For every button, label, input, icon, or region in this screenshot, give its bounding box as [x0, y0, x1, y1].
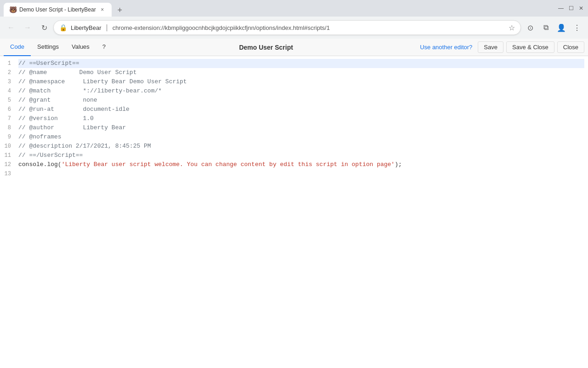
title-bar: 🐻 Demo User Script - LibertyBear × + — ☐… [0, 0, 588, 17]
app-toolbar: Code Settings Values ? Demo User Script … [0, 39, 588, 56]
line-number: 9 [0, 132, 15, 142]
back-button[interactable]: ← [4, 20, 18, 35]
tab-help[interactable]: ? [96, 39, 112, 56]
bookmark-icon[interactable]: ☆ [509, 23, 515, 32]
window-controls: — ☐ ✕ [558, 5, 584, 12]
code-line: // @noframes [18, 132, 584, 142]
line-number: 8 [0, 123, 15, 132]
line-number: 4 [0, 86, 15, 96]
script-title: Demo User Script [112, 44, 420, 51]
save-button[interactable]: Save [478, 41, 503, 53]
code-line: console.log('Liberty Bear user script we… [18, 160, 584, 169]
address-separator: | [106, 23, 107, 32]
tab-bar: 🐻 Demo User Script - LibertyBear × + [4, 0, 556, 17]
line-number: 1 [0, 59, 15, 68]
line-number: 11 [0, 151, 15, 160]
shield-icon-btn[interactable]: ⊙ [523, 20, 537, 35]
extensions-icon-btn[interactable]: ⧉ [538, 20, 553, 35]
close-button[interactable]: Close [557, 41, 584, 53]
tab-code[interactable]: Code [4, 39, 31, 56]
code-line: // ==/UserScript== [18, 151, 584, 160]
line-number: 5 [0, 96, 15, 105]
reload-button[interactable]: ↻ [37, 20, 51, 35]
new-tab-button[interactable]: + [113, 4, 126, 17]
code-line [18, 169, 584, 178]
tab-favicon: 🐻 [9, 6, 17, 13]
tab-values[interactable]: Values [65, 39, 96, 56]
line-number: 13 [0, 169, 15, 178]
nav-icons-group: ⊙ ⧉ 👤 ⋮ [523, 20, 584, 35]
code-line: // ==UserScript== [18, 59, 584, 68]
code-editor[interactable]: 12345678910111213 // ==UserScript==// @n… [0, 56, 588, 368]
code-line: // @namespace Liberty Bear Demo User Scr… [18, 77, 584, 86]
line-number: 12 [0, 160, 15, 169]
account-icon-btn[interactable]: 👤 [554, 20, 569, 35]
code-line: // @author Liberty Bear [18, 123, 584, 132]
toolbar-actions: Use another editor? Save Save & Close Cl… [420, 41, 584, 53]
line-number: 7 [0, 114, 15, 123]
code-line: // @description 2/17/2021, 8:45:25 PM [18, 142, 584, 151]
line-number: 10 [0, 142, 15, 151]
line-number: 3 [0, 77, 15, 86]
code-line: // @name Demo User Script [18, 68, 584, 77]
line-number: 6 [0, 105, 15, 114]
navigation-bar: ← → ↻ 🔒 LibertyBear | chrome-extension:/… [0, 17, 588, 39]
active-tab[interactable]: 🐻 Demo User Script - LibertyBear × [4, 3, 112, 17]
tab-title: Demo User Script - LibertyBear [19, 6, 96, 13]
site-name: LibertyBear [71, 24, 101, 31]
forward-button[interactable]: → [20, 20, 35, 35]
line-number: 2 [0, 68, 15, 77]
line-numbers: 12345678910111213 [0, 56, 15, 368]
url-text: chrome-extension://kbmpliggoocnhbcjkgdoj… [113, 24, 503, 31]
tab-close-button[interactable]: × [99, 6, 106, 13]
code-content[interactable]: // ==UserScript==// @name Demo User Scri… [15, 56, 588, 368]
minimize-button[interactable]: — [558, 5, 564, 12]
code-line: // @match *://liberty-bear.com/* [18, 86, 584, 96]
tab-settings[interactable]: Settings [31, 39, 65, 56]
lock-icon: 🔒 [59, 24, 67, 31]
close-window-button[interactable]: ✕ [578, 5, 584, 12]
save-close-button[interactable]: Save & Close [506, 41, 554, 53]
code-line: // @grant none [18, 96, 584, 105]
address-bar[interactable]: 🔒 LibertyBear | chrome-extension://kbmpl… [53, 20, 521, 35]
use-another-editor-link[interactable]: Use another editor? [420, 44, 472, 51]
maximize-button[interactable]: ☐ [568, 5, 574, 12]
code-line: // @run-at document-idle [18, 105, 584, 114]
menu-icon-btn[interactable]: ⋮ [570, 20, 584, 35]
code-line: // @version 1.0 [18, 114, 584, 123]
